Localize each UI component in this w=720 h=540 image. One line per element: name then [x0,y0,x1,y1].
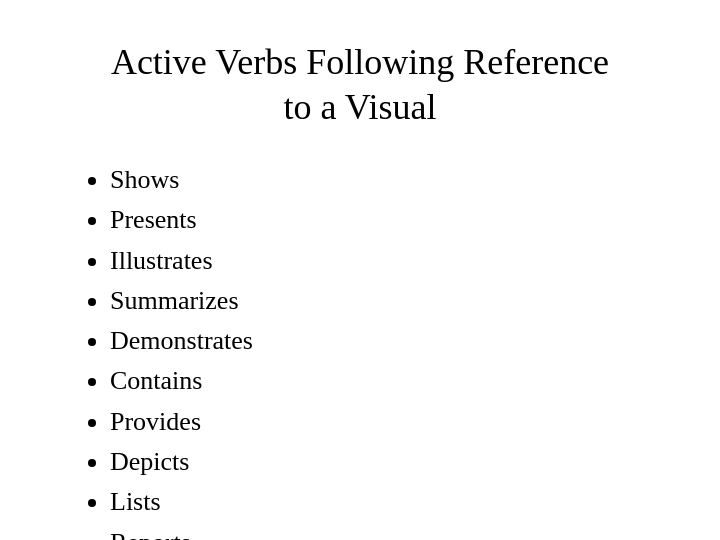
title-line1: Active Verbs Following Reference [111,42,609,82]
slide-title: Active Verbs Following Reference to a Vi… [111,40,609,130]
list-item: Contains [110,361,670,401]
list-item: Presents [110,200,670,240]
list-item: Shows [110,160,670,200]
slide-container: Active Verbs Following Reference to a Vi… [0,0,720,540]
list-item: Depicts [110,442,670,482]
list-item: Illustrates [110,241,670,281]
list-item: Provides [110,402,670,442]
list-item: Reports [110,523,670,540]
list-item: Lists [110,482,670,522]
bullet-list: ShowsPresentsIllustratesSummarizesDemons… [50,160,670,540]
title-line2: to a Visual [283,87,436,127]
list-item: Demonstrates [110,321,670,361]
list-item: Summarizes [110,281,670,321]
